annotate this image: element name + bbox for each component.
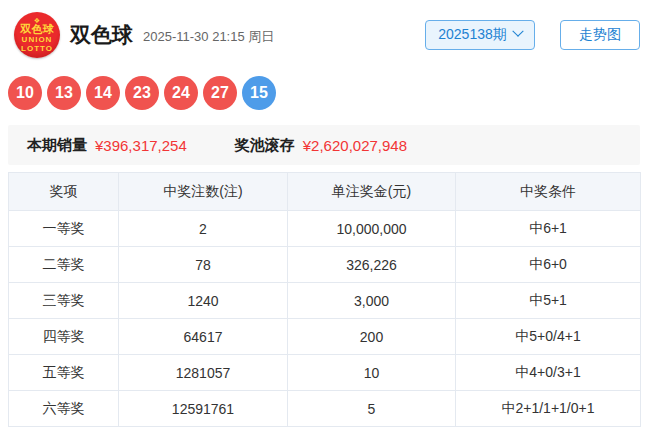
sales-group: 本期销量 ¥396,317,254 [27, 136, 187, 155]
table-cell: 一等奖 [9, 211, 119, 247]
table-cell: 二等奖 [9, 247, 119, 283]
table-row: 四等奖64617200中5+0/4+1 [9, 319, 641, 355]
sales-label: 本期销量 [27, 136, 87, 155]
logo-line1: 双色球 [21, 24, 54, 35]
table-cell: 326,226 [288, 247, 456, 283]
table-cell: 1240 [119, 283, 288, 319]
sales-value: ¥396,317,254 [95, 137, 187, 154]
union-lotto-logo-icon: ❖ 双色球 UNION LOTTO [14, 12, 60, 58]
col-header-amount: 单注奖金(元) [288, 173, 456, 211]
blue-ball: 15 [242, 76, 276, 110]
table-cell: 1281057 [119, 355, 288, 391]
prize-table: 奖项 中奖注数(注) 单注奖金(元) 中奖条件 一等奖210,000,000中6… [8, 172, 641, 427]
issue-selector-label: 2025138期 [438, 26, 507, 44]
red-ball: 23 [125, 76, 159, 110]
table-cell: 2 [119, 211, 288, 247]
table-cell: 中2+1/1+1/0+1 [456, 391, 641, 427]
table-cell: 200 [288, 319, 456, 355]
drawn-balls: 10131423242715 [8, 76, 649, 110]
col-header-winners: 中奖注数(注) [119, 173, 288, 211]
trend-chart-button[interactable]: 走势图 [560, 20, 640, 50]
table-row: 三等奖12403,000中5+1 [9, 283, 641, 319]
table-cell: 10,000,000 [288, 211, 456, 247]
prize-table-body: 一等奖210,000,000中6+1二等奖78326,226中6+0三等奖124… [9, 211, 641, 427]
table-cell: 中5+1 [456, 283, 641, 319]
table-cell: 78 [119, 247, 288, 283]
table-cell: 中6+0 [456, 247, 641, 283]
table-cell: 中5+0/4+1 [456, 319, 641, 355]
red-ball: 13 [47, 76, 81, 110]
table-cell: 五等奖 [9, 355, 119, 391]
header-bar: ❖ 双色球 UNION LOTTO 双色球 2025-11-30 21:15 周… [0, 0, 649, 58]
table-row: 六等奖125917615中2+1/1+1/0+1 [9, 391, 641, 427]
table-cell: 中6+1 [456, 211, 641, 247]
table-cell: 中4+0/3+1 [456, 355, 641, 391]
pool-label: 奖池滚存 [235, 136, 295, 155]
table-cell: 三等奖 [9, 283, 119, 319]
table-cell: 5 [288, 391, 456, 427]
table-cell: 12591761 [119, 391, 288, 427]
col-header-prize: 奖项 [9, 173, 119, 211]
table-cell: 四等奖 [9, 319, 119, 355]
prize-table-header-row: 奖项 中奖注数(注) 单注奖金(元) 中奖条件 [9, 173, 641, 211]
table-cell: 3,000 [288, 283, 456, 319]
issue-selector-dropdown[interactable]: 2025138期 [425, 20, 535, 50]
logo-line3: LOTTO [21, 45, 53, 53]
red-ball: 24 [164, 76, 198, 110]
chevron-down-icon [512, 26, 523, 37]
table-cell: 64617 [119, 319, 288, 355]
page-title: 双色球 [70, 21, 133, 49]
table-cell: 六等奖 [9, 391, 119, 427]
pool-group: 奖池滚存 ¥2,620,027,948 [235, 136, 407, 155]
red-ball: 27 [203, 76, 237, 110]
table-row: 五等奖128105710中4+0/3+1 [9, 355, 641, 391]
red-ball: 14 [86, 76, 120, 110]
col-header-condition: 中奖条件 [456, 173, 641, 211]
stats-bar: 本期销量 ¥396,317,254 奖池滚存 ¥2,620,027,948 [8, 125, 640, 165]
draw-datetime: 2025-11-30 21:15 周日 [143, 28, 274, 46]
logo-line2: UNION [22, 36, 53, 44]
table-cell: 10 [288, 355, 456, 391]
red-ball: 10 [8, 76, 42, 110]
table-row: 二等奖78326,226中6+0 [9, 247, 641, 283]
pool-value: ¥2,620,027,948 [303, 137, 407, 154]
table-row: 一等奖210,000,000中6+1 [9, 211, 641, 247]
